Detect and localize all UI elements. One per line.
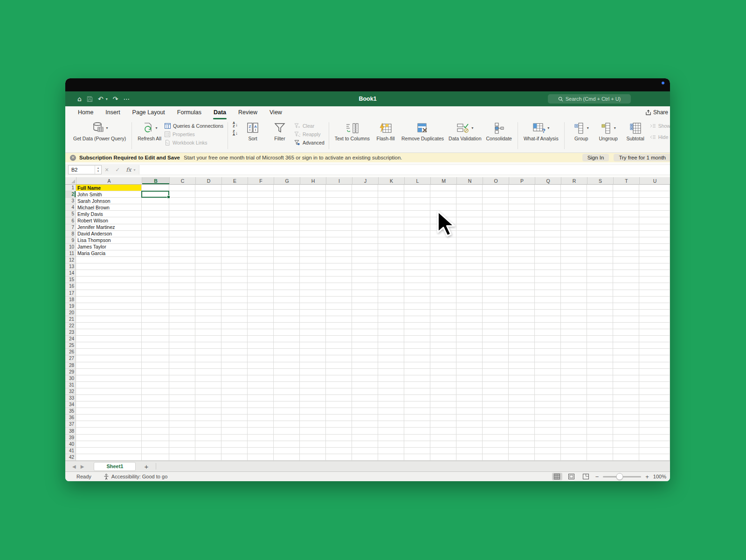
cell-H21[interactable] <box>300 316 326 323</box>
cell-O36[interactable] <box>483 415 509 421</box>
column-header-O[interactable]: O <box>483 177 509 185</box>
cell-F31[interactable] <box>248 382 274 388</box>
cell-H26[interactable] <box>300 349 326 355</box>
cell-F20[interactable] <box>248 310 274 316</box>
cell-O7[interactable] <box>483 224 509 231</box>
cell-D20[interactable] <box>195 310 221 316</box>
cell-P30[interactable] <box>509 375 535 382</box>
cell-C32[interactable] <box>169 388 195 395</box>
cell-H14[interactable] <box>300 270 326 277</box>
cell-B26[interactable] <box>142 349 169 355</box>
cell-J7[interactable] <box>352 224 378 231</box>
cell-H19[interactable] <box>300 303 326 310</box>
zoom-slider-thumb[interactable] <box>616 473 623 480</box>
cell-E39[interactable] <box>221 435 248 441</box>
cell-J22[interactable] <box>352 323 378 329</box>
cell-A10[interactable]: James Taylor <box>76 244 142 250</box>
cell-T8[interactable] <box>613 231 639 237</box>
cell-U28[interactable] <box>639 362 670 369</box>
cell-J8[interactable] <box>352 231 378 237</box>
cell-R5[interactable] <box>561 211 587 217</box>
cell-R38[interactable] <box>561 428 587 434</box>
cell-O8[interactable] <box>483 231 509 237</box>
cell-T9[interactable] <box>613 237 639 244</box>
consolidate-button[interactable]: Consolidate <box>484 120 514 142</box>
cell-F8[interactable] <box>248 231 274 237</box>
tab-review[interactable]: Review <box>232 106 263 118</box>
page-break-view-button[interactable] <box>581 473 591 480</box>
cell-B8[interactable] <box>142 231 169 237</box>
cell-F25[interactable] <box>248 342 274 349</box>
cell-L7[interactable] <box>404 224 430 231</box>
cell-D12[interactable] <box>195 257 221 263</box>
cell-D14[interactable] <box>195 270 221 277</box>
cell-K31[interactable] <box>378 382 404 388</box>
cell-R8[interactable] <box>561 231 587 237</box>
cell-E30[interactable] <box>221 375 248 382</box>
cell-B39[interactable] <box>142 435 169 441</box>
cell-E20[interactable] <box>221 310 248 316</box>
cell-I19[interactable] <box>326 303 352 310</box>
cell-U10[interactable] <box>639 244 670 250</box>
cell-S4[interactable] <box>587 204 613 211</box>
cell-F28[interactable] <box>248 362 274 369</box>
cell-S11[interactable] <box>587 250 613 257</box>
cell-G34[interactable] <box>274 401 300 408</box>
cell-H35[interactable] <box>300 408 326 415</box>
cell-R9[interactable] <box>561 237 587 244</box>
cell-A17[interactable] <box>76 290 142 297</box>
cell-E42[interactable] <box>221 454 248 461</box>
cell-M25[interactable] <box>430 342 456 349</box>
cell-N36[interactable] <box>456 415 483 421</box>
cell-K3[interactable] <box>378 198 404 204</box>
cell-P19[interactable] <box>509 303 535 310</box>
cell-C26[interactable] <box>169 349 195 355</box>
cell-I23[interactable] <box>326 329 352 336</box>
cell-B41[interactable] <box>142 448 169 454</box>
cell-T2[interactable] <box>613 191 639 198</box>
cell-P35[interactable] <box>509 408 535 415</box>
cell-M15[interactable] <box>430 277 456 283</box>
cell-G2[interactable] <box>274 191 300 198</box>
cell-I25[interactable] <box>326 342 352 349</box>
cell-D31[interactable] <box>195 382 221 388</box>
row-header-33[interactable]: 33 <box>65 395 76 401</box>
cell-A5[interactable]: Emily Davis <box>76 211 142 217</box>
cell-T3[interactable] <box>613 198 639 204</box>
cell-C37[interactable] <box>169 421 195 428</box>
cell-Q5[interactable] <box>535 211 561 217</box>
row-header-23[interactable]: 23 <box>65 329 76 336</box>
properties-button[interactable]: Properties <box>165 131 223 138</box>
cell-U20[interactable] <box>639 310 670 316</box>
cell-T6[interactable] <box>613 217 639 224</box>
cell-I11[interactable] <box>326 250 352 257</box>
cell-E36[interactable] <box>221 415 248 421</box>
cell-P33[interactable] <box>509 395 535 401</box>
column-header-L[interactable]: L <box>405 177 431 185</box>
cell-N7[interactable] <box>456 224 483 231</box>
cell-B32[interactable] <box>142 388 169 395</box>
cell-Q12[interactable] <box>535 257 561 263</box>
cell-Q34[interactable] <box>535 401 561 408</box>
cell-P40[interactable] <box>509 441 535 448</box>
cell-U36[interactable] <box>639 415 670 421</box>
cell-U35[interactable] <box>639 408 670 415</box>
sort-ascending-button[interactable]: AZ↓ <box>233 121 238 128</box>
cell-L25[interactable] <box>404 342 430 349</box>
cell-E10[interactable] <box>221 244 248 250</box>
row-header-14[interactable]: 14 <box>65 270 76 277</box>
cell-O34[interactable] <box>483 401 509 408</box>
cell-K38[interactable] <box>378 428 404 434</box>
show-detail-button[interactable]: Show Detail <box>650 122 670 129</box>
cell-J2[interactable] <box>352 191 378 198</box>
sign-in-button[interactable]: Sign In <box>582 154 609 161</box>
cell-L14[interactable] <box>404 270 430 277</box>
cell-F19[interactable] <box>248 303 274 310</box>
cell-R39[interactable] <box>561 435 587 441</box>
cell-F41[interactable] <box>248 448 274 454</box>
cell-L42[interactable] <box>404 454 430 461</box>
cell-N38[interactable] <box>456 428 483 434</box>
cell-T27[interactable] <box>613 355 639 362</box>
cell-B1[interactable] <box>142 185 169 191</box>
cell-Q35[interactable] <box>535 408 561 415</box>
